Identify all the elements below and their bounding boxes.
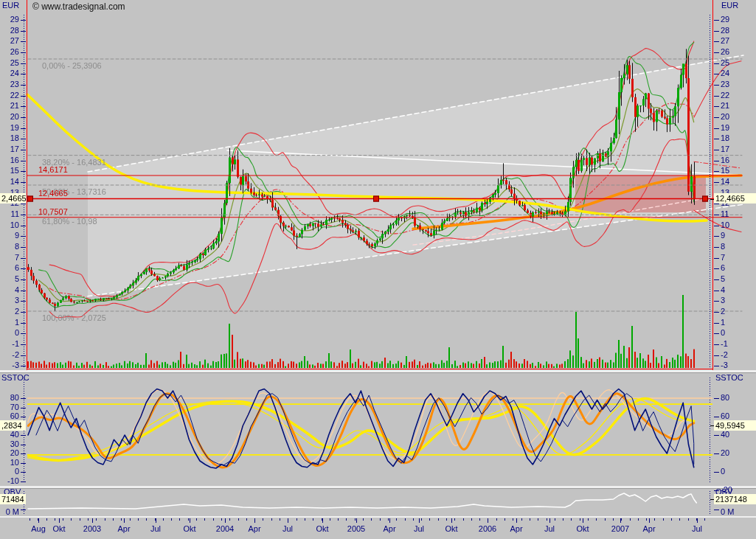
chart-canvas[interactable] [0, 0, 756, 539]
tradesignal-chart-window: EUR EUR © www.tradesignal.com 2928272625… [0, 0, 756, 539]
